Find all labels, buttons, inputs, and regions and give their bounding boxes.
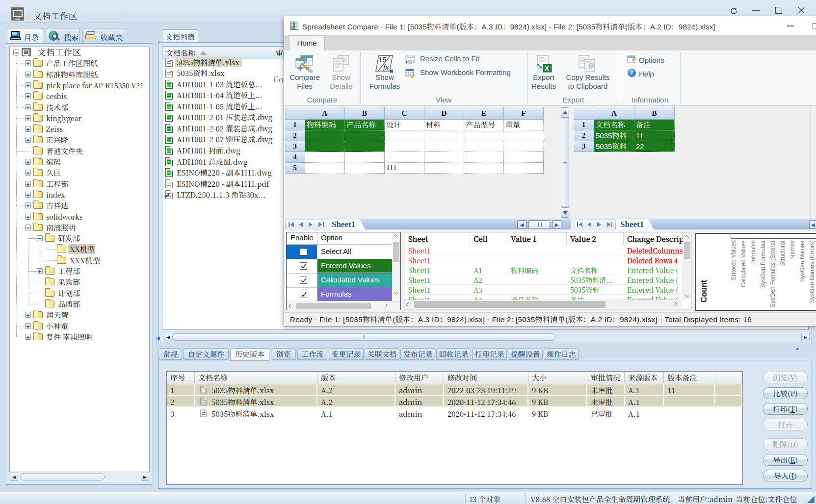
- svg-text:X: X: [545, 65, 549, 72]
- svg-text:15: 15: [378, 55, 387, 64]
- svg-text:fx: fx: [383, 63, 389, 71]
